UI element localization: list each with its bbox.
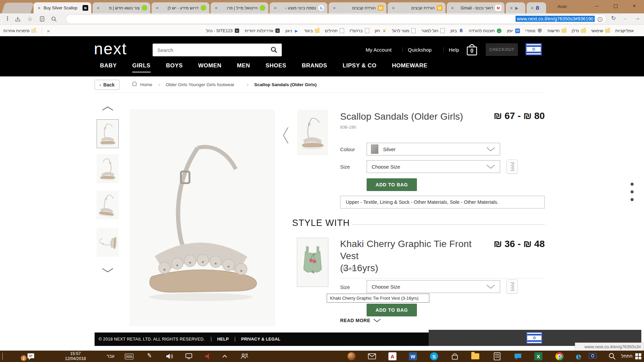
- taskbar-clock[interactable]: 15:57 12/04/2018: [56, 351, 95, 361]
- muted-speaker-icon[interactable]: [205, 353, 212, 360]
- volume-icon[interactable]: [166, 353, 174, 360]
- window-minimize-button[interactable]: [589, 0, 604, 12]
- network-icon[interactable]: [185, 353, 193, 360]
- tab-close-icon[interactable]: ×: [530, 6, 535, 10]
- window-close-button[interactable]: ×: [627, 0, 642, 12]
- tab-close-icon[interactable]: ×: [450, 6, 455, 10]
- tab[interactable]: × וירטואל מייל | פרו: [211, 2, 268, 13]
- bookmark-item[interactable]: נטפרי: [525, 28, 543, 33]
- app-edge-icon[interactable]: e: [574, 352, 583, 361]
- breadcrumb-home[interactable]: Home: [140, 82, 152, 87]
- tray-overflow-chevron-icon[interactable]: [222, 355, 227, 358]
- bookmark-item[interactable]: ביגוד: [304, 28, 320, 33]
- page-info-icon[interactable]: [597, 17, 603, 22]
- help-link[interactable]: Help: [449, 47, 459, 53]
- tab-close-icon[interactable]: ×: [273, 6, 278, 10]
- country-flag-israel[interactable]: ✡: [527, 44, 541, 54]
- search-input[interactable]: [153, 44, 266, 56]
- browser-menu-icon[interactable]: ⋮: [5, 15, 10, 22]
- nav-shoes[interactable]: SHOES: [266, 62, 286, 72]
- home-icon[interactable]: [131, 81, 138, 86]
- browser-profile-name[interactable]: Aron: [557, 4, 567, 9]
- app-word-icon[interactable]: W: [409, 352, 417, 361]
- add-to-bag-button[interactable]: ADD TO BAG: [367, 178, 417, 191]
- bookmark-item[interactable]: ≡אדריכלות יהודית: [245, 28, 280, 33]
- taskbar-search-icon[interactable]: [608, 352, 616, 361]
- bookmark-item[interactable]: ≡SITE123 - נהל: [206, 28, 239, 33]
- tab-close-icon[interactable]: ×: [37, 6, 42, 10]
- footer-help-link[interactable]: HELP: [217, 337, 229, 342]
- read-more-link[interactable]: READ MORE: [340, 318, 381, 323]
- app-chrome-icon[interactable]: [555, 352, 564, 361]
- thumbs-scroll-down-icon[interactable]: [101, 267, 114, 273]
- tab[interactable]: × צור נושא חדש | פ: [93, 2, 150, 13]
- app-sphere-icon[interactable]: [347, 352, 356, 361]
- bookmark-item[interactable]: ⌄תוכנות להורדה: [469, 28, 502, 33]
- country-flag-israel[interactable]: ✡: [527, 333, 541, 343]
- nav-women[interactable]: WOMEN: [198, 62, 222, 72]
- size-select[interactable]: Choose Size: [367, 160, 500, 173]
- bookmark-item[interactable]: ברהמ"ז: [350, 28, 370, 33]
- app-messaging-icon[interactable]: [514, 352, 522, 361]
- windows-start-icon[interactable]: [635, 353, 641, 359]
- address-bar[interactable]: www.next.co.il/en/g76350s3#936190: [66, 14, 606, 24]
- tab[interactable]: × 8: [527, 2, 546, 13]
- tab-close-icon[interactable]: ×: [155, 6, 160, 10]
- tab-close-icon[interactable]: ×: [96, 6, 101, 10]
- next-logo[interactable]: next: [94, 40, 127, 58]
- language-indicator[interactable]: עבר: [107, 354, 114, 359]
- tab-active[interactable]: × Buy Silver Scallop n: [34, 2, 91, 13]
- search-extension-icon[interactable]: [51, 16, 57, 22]
- shopping-bag-button[interactable]: 0: [466, 43, 478, 58]
- quickshop-link[interactable]: Quickshop: [408, 47, 432, 53]
- checkout-button[interactable]: CHECKOUT: [486, 43, 518, 56]
- app-excel-icon[interactable]: X: [534, 352, 543, 361]
- nav-lipsy[interactable]: LIPSY & CO: [342, 62, 376, 72]
- nav-homeware[interactable]: HOMEWARE: [392, 62, 427, 72]
- my-account-link[interactable]: My Account: [366, 47, 392, 53]
- new-tab-button[interactable]: [2, 3, 34, 13]
- tab-close-icon[interactable]: ×: [332, 6, 337, 10]
- size-guide-button[interactable]: [506, 160, 518, 174]
- size-guide-button[interactable]: [506, 280, 518, 294]
- tab[interactable]: × נספח בינוי מוצע - G: [270, 2, 327, 13]
- other-bookmarks-button[interactable]: סימניות אחרות: [3, 28, 37, 33]
- app-calculator-icon[interactable]: [493, 352, 501, 361]
- carousel-prev-icon[interactable]: [282, 127, 289, 144]
- tab[interactable]: × דואר נכנס - Gmail M: [447, 2, 504, 13]
- back-button[interactable]: ‹ Back: [95, 80, 119, 90]
- window-restore-button[interactable]: [608, 0, 623, 12]
- nav-boys[interactable]: BOYS: [166, 62, 183, 72]
- app-display-icon[interactable]: [588, 352, 597, 361]
- app-file-explorer-icon[interactable]: [471, 352, 480, 361]
- bookmark-star-icon[interactable]: ☆: [28, 15, 33, 22]
- tab-close-icon[interactable]: ×: [391, 6, 396, 10]
- colour-select[interactable]: Silver: [367, 143, 500, 156]
- tab[interactable]: × דרוש מידע - יש לן: [152, 2, 209, 13]
- search-button[interactable]: [266, 44, 282, 56]
- product-thumbnail[interactable]: [97, 190, 119, 219]
- tab[interactable]: × ▶: [506, 2, 525, 13]
- bookmarks-overflow-button[interactable]: «: [47, 28, 50, 34]
- tab-close-icon[interactable]: ×: [214, 6, 219, 10]
- app-store-icon[interactable]: [450, 352, 459, 361]
- nav-men[interactable]: MEN: [237, 62, 250, 72]
- bookmark-item[interactable]: מטר לרגל: [392, 28, 416, 33]
- breadcrumb-category[interactable]: Older Girls Younger Girls footwear: [166, 82, 234, 87]
- app-skype-icon[interactable]: S: [430, 352, 438, 361]
- bookmark-item[interactable]: חדשות: [547, 28, 567, 33]
- notification-center-icon[interactable]: [27, 353, 35, 360]
- nav-baby[interactable]: BABY: [100, 62, 117, 72]
- touch-keyboard-icon[interactable]: [125, 354, 133, 359]
- reload-icon[interactable]: ↻: [611, 15, 616, 22]
- product-thumbnail[interactable]: [97, 228, 119, 257]
- thumbs-scroll-up-icon[interactable]: [101, 106, 114, 111]
- page-dots-indicator[interactable]: [631, 183, 634, 206]
- save-tray-icon[interactable]: [15, 16, 21, 22]
- bookmark-item[interactable]: 13יומן: [507, 28, 520, 33]
- tab-close-icon[interactable]: ×: [509, 6, 514, 10]
- app-acrobat-icon[interactable]: A: [388, 352, 397, 361]
- add-to-bag-button[interactable]: ADD TO BAG: [367, 304, 417, 316]
- tab[interactable]: × הורדת קבצים M: [388, 2, 445, 13]
- forward-icon[interactable]: ←: [623, 15, 628, 21]
